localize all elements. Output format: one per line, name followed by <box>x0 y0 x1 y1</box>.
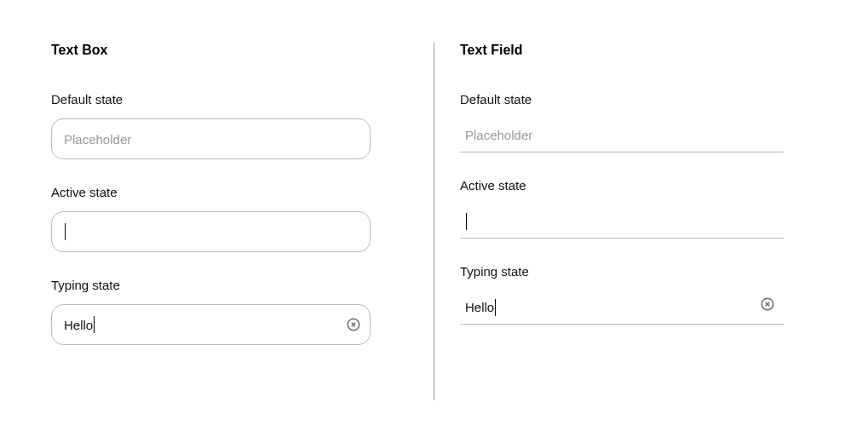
textbox-typing-caret <box>94 316 95 333</box>
textfield-typing-caret <box>495 299 496 316</box>
textbox-active-caret <box>65 223 66 240</box>
textbox-active-input[interactable] <box>51 211 371 252</box>
textfield-typing-block: Typing state Hello <box>460 264 817 325</box>
textbox-typing-value: Hello <box>64 318 93 332</box>
textfield-active-block: Active state <box>460 178 817 239</box>
textbox-section-title: Text Box <box>51 43 408 58</box>
textfield-typing-input[interactable]: Hello <box>460 291 784 325</box>
textbox-active-label: Active state <box>51 185 408 199</box>
textfield-default-input[interactable]: Placeholder <box>460 118 784 152</box>
textbox-default-placeholder: Placeholder <box>64 132 131 147</box>
textbox-typing-block: Typing state Hello <box>51 278 408 345</box>
clear-circle-icon[interactable] <box>346 317 361 332</box>
textfield-active-caret <box>466 213 467 230</box>
textfield-default-label: Default state <box>460 92 817 106</box>
textbox-typing-label: Typing state <box>51 278 408 292</box>
textfield-typing-label: Typing state <box>460 264 817 279</box>
textbox-active-block: Active state <box>51 185 408 252</box>
textbox-default-label: Default state <box>51 92 408 106</box>
textfield-column: Text Field Default state Placeholder Act… <box>434 43 817 400</box>
textfield-default-block: Default state Placeholder <box>460 92 817 152</box>
textfield-typing-value: Hello <box>465 300 494 314</box>
textfield-section-title: Text Field <box>460 43 817 58</box>
textbox-default-input[interactable]: Placeholder <box>51 118 371 159</box>
textfield-active-input[interactable] <box>460 204 784 239</box>
textbox-default-block: Default state Placeholder <box>51 92 408 159</box>
clear-circle-icon[interactable] <box>760 296 775 312</box>
textbox-typing-input[interactable]: Hello <box>51 304 371 345</box>
textbox-column: Text Box Default state Placeholder Activ… <box>51 43 434 400</box>
textfield-default-placeholder: Placeholder <box>465 128 532 142</box>
textfield-active-label: Active state <box>460 178 817 193</box>
